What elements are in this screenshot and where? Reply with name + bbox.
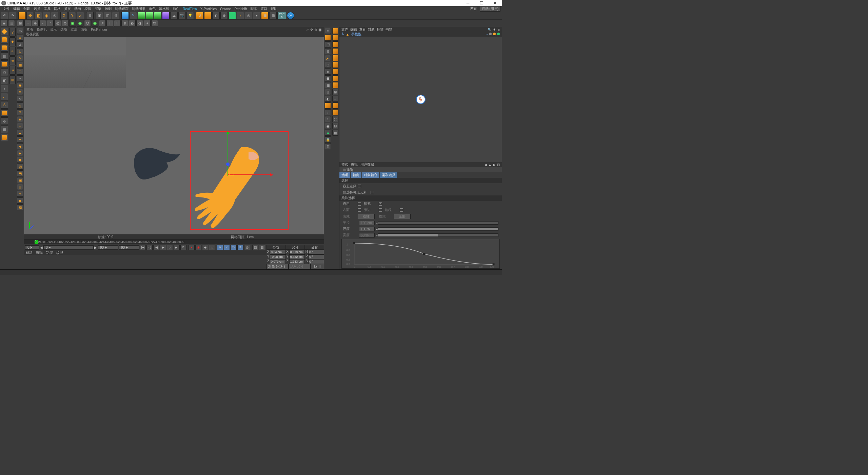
menu-anim[interactable]: 动画 [73, 6, 83, 11]
object-row-hand[interactable]: └▲ 手模型 ▫ [339, 32, 502, 37]
menu-sim[interactable]: 模拟 [83, 6, 93, 11]
vmenu-panel[interactable]: 面板 [81, 27, 87, 32]
num-radius[interactable]: 100 cm [359, 221, 375, 225]
mat-func[interactable]: 功能 [46, 250, 53, 255]
rs-9[interactable]: ◐ [325, 96, 331, 102]
rs-13[interactable]: 🔒 [325, 136, 331, 142]
p-20[interactable]: ⬢ [17, 157, 23, 163]
plugin-5-button[interactable]: ♪ [237, 12, 244, 19]
make-editable-button[interactable] [1, 28, 8, 35]
size-z-field[interactable] [289, 259, 305, 264]
key-pos-button[interactable]: ✥ [217, 245, 223, 250]
coord-size-dropdown[interactable]: 绝对尺寸 [289, 264, 311, 269]
p-26[interactable]: ◆ [17, 197, 23, 204]
menu-select[interactable]: 选择 [32, 6, 42, 11]
rc-5[interactable] [332, 55, 338, 61]
render-button[interactable]: ▣ [96, 12, 103, 19]
generator2-button[interactable] [154, 12, 161, 19]
gizmo-xy-plane[interactable] [229, 171, 234, 176]
slider-radius[interactable] [378, 221, 498, 225]
frame-total-field[interactable]: 90 F [98, 245, 118, 250]
sel-falloff[interactable]: 线性 [358, 214, 375, 219]
coord-sys-button[interactable]: ⊞ [86, 12, 94, 19]
hand-model[interactable] [190, 146, 272, 234]
goto-start-button[interactable]: |◀ [140, 245, 146, 250]
am-back-icon[interactable]: ◀ [484, 163, 487, 167]
pos-y-field[interactable] [270, 254, 286, 259]
frame-start-field[interactable]: 0 F [25, 245, 39, 250]
chk-surface[interactable] [358, 208, 361, 212]
menu-redshift[interactable]: Redshift [233, 7, 249, 11]
play-button[interactable]: ▶ [160, 245, 166, 250]
rc-7[interactable] [332, 69, 338, 75]
nav-orbit-icon[interactable]: ⤢ [306, 28, 309, 32]
deformer-button[interactable] [162, 12, 170, 19]
frame-cur-field[interactable]: 90 F [119, 245, 139, 250]
rs-brush-icon[interactable]: 🖌 [325, 55, 331, 61]
p-5[interactable]: ✎ [17, 55, 23, 61]
menu-window[interactable]: 窗口 [259, 6, 269, 11]
p-3[interactable]: ⊘ [17, 41, 23, 48]
num-width[interactable]: 50 % [359, 233, 375, 238]
t2-13[interactable]: Γ [114, 20, 121, 27]
tab-axis[interactable]: 轴向 [351, 172, 362, 178]
rc-10[interactable]: ⊞ [332, 89, 338, 95]
rs-cube-1[interactable] [325, 35, 331, 41]
timeline-ruler[interactable]: 0024681012141618202224262830323436384042… [24, 240, 324, 244]
mat-edit[interactable]: 编辑 [36, 250, 43, 255]
size-y-field[interactable] [289, 254, 305, 259]
p-10[interactable]: ⊕ [17, 89, 23, 95]
menu-realflow[interactable]: RealFlow [181, 7, 199, 11]
light-button[interactable]: 💡 [186, 12, 194, 19]
camera-button[interactable]: 📷 [178, 12, 186, 19]
plugin-9-button[interactable]: ▥ [269, 12, 277, 19]
p-14[interactable]: ◈ [17, 116, 23, 122]
menu-xparticles[interactable]: X-Particles [199, 7, 218, 11]
snap-toggle[interactable]: ⊚ [1, 117, 8, 125]
visibility-dot-editor[interactable] [489, 33, 492, 35]
rot-h-field[interactable] [308, 250, 324, 254]
plugin-7-button[interactable]: ● [253, 12, 260, 19]
recycle-icon[interactable]: ♻ [325, 130, 331, 136]
p-21[interactable]: ▨ [17, 164, 23, 170]
t2-11[interactable]: ↗ [99, 20, 106, 27]
render-region-button[interactable]: ◫ [104, 12, 111, 19]
p-2[interactable]: ● [17, 35, 23, 41]
rotate-tool[interactable]: ◉ [43, 12, 50, 19]
vmenu-options[interactable]: 选项 [60, 27, 67, 32]
coord-apply-button[interactable]: 应用 [311, 264, 324, 269]
rc-11[interactable]: ↔ [332, 96, 338, 102]
om-search-icon[interactable]: 🔍 [488, 28, 492, 32]
falloff-curve[interactable]: 10.80.60.40.2 00.10.20.30.40.50.60.70.80… [341, 239, 500, 269]
menu-plugin[interactable]: 插件 [171, 6, 181, 11]
scale-tool[interactable]: ◧ [35, 12, 42, 19]
rs-8[interactable]: ⊟ [325, 89, 331, 95]
rc-6[interactable] [332, 62, 338, 68]
vmenu-view[interactable]: 查看 [26, 27, 33, 32]
key-scale-button[interactable]: ⤢ [224, 245, 230, 250]
object-mode[interactable] [1, 44, 8, 52]
p-7[interactable]: ⊡ [17, 69, 23, 75]
rs-12[interactable]: ◉ [325, 123, 331, 129]
rc-16[interactable]: ▦ [332, 130, 338, 136]
plugin-1-button[interactable] [204, 12, 212, 19]
chk-edge[interactable] [379, 208, 382, 212]
render-settings-button[interactable]: ⚙ [112, 12, 119, 19]
am-fwd-icon[interactable]: ▶ [493, 163, 496, 167]
menu-pipe[interactable]: 流水线 [157, 6, 171, 11]
objects-panel-body[interactable]: 🦌 [339, 37, 502, 162]
texture-mode[interactable]: ▦ [1, 52, 8, 60]
menu-file[interactable]: 文件 [1, 6, 12, 11]
t2-7[interactable]: ∴ [47, 20, 54, 27]
chk-visonly[interactable] [371, 191, 374, 194]
maximize-button[interactable]: ❐ [475, 0, 488, 6]
anim-mode[interactable]: ↕ [1, 85, 8, 92]
green-sphere2-icon[interactable] [78, 22, 82, 25]
key-pla-button[interactable]: ◎ [244, 245, 250, 250]
p-8[interactable]: ✂ [17, 75, 23, 81]
p-23[interactable]: ▣ [17, 177, 23, 183]
chk-path[interactable] [400, 208, 403, 212]
p-25[interactable]: ◇ [17, 191, 23, 197]
om-eye-icon[interactable]: 👁 [493, 28, 496, 32]
object-name[interactable]: 手模型 [351, 32, 361, 37]
